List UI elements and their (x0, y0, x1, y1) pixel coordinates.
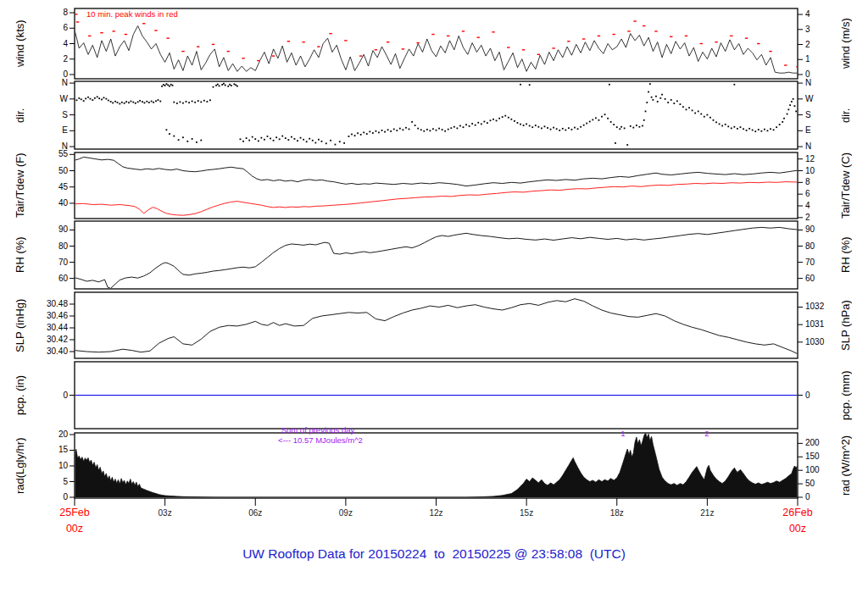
tick-label: 50 (805, 479, 843, 488)
tick-label: 09z (332, 509, 359, 518)
rad-peak-marker-1: 1 (618, 430, 628, 438)
x-axis-start-hour: 00z (47, 524, 102, 535)
tick-label: S (805, 111, 843, 119)
tick-label: 06z (242, 509, 269, 518)
rad-sum-annotation-1: Sum of previous day (259, 426, 377, 435)
tick-label: 3 (805, 25, 843, 34)
tick-label: 5 (27, 478, 68, 486)
y-axis-label-rad-lgly: rad(Lgly/hr) (12, 433, 27, 498)
tick-label: W (27, 95, 68, 103)
tick-label: N (805, 79, 843, 87)
tick-label: 6 (27, 24, 68, 32)
tick-label: 2 (27, 55, 68, 64)
rad-peak-marker-2: 2 (702, 430, 712, 438)
tick-label: E (27, 126, 68, 135)
tick-label: 70 (27, 258, 68, 267)
tick-label: 100 (805, 466, 843, 474)
y-axis-label-dir-left: dir. (12, 81, 27, 149)
tick-label: 4 (805, 10, 843, 19)
tick-label: 90 (805, 225, 843, 234)
tick-label: S (27, 111, 68, 119)
tick-label: 45 (27, 183, 68, 191)
y-axis-label-slp-inhg: SLP (inHg) (12, 292, 27, 358)
tick-label: 60 (27, 274, 68, 283)
tick-label: 55 (27, 150, 68, 158)
tick-label: 150 (805, 452, 843, 461)
x-axis-end-hour: 00z (771, 524, 825, 535)
tick-label: 6 (805, 190, 843, 198)
plot-canvas (0, 0, 868, 593)
tick-label: 30.42 (27, 335, 68, 344)
tick-label: 4 (805, 202, 843, 210)
tick-label: N (805, 142, 843, 151)
tick-label: 8 (805, 178, 843, 186)
rad-sum-annotation-2: <--- 10.57 MJoules/m^2 (257, 436, 384, 445)
tick-label: 1032 (805, 302, 843, 311)
tick-label: N (27, 79, 68, 87)
tick-label: 1030 (805, 338, 843, 346)
tick-label: W (805, 95, 843, 103)
tick-label: 30.46 (27, 312, 68, 320)
tick-label: 18z (604, 509, 631, 518)
tick-label: 90 (27, 225, 68, 234)
tick-label: 70 (805, 258, 843, 267)
tick-label: 0 (805, 391, 843, 400)
tick-label: 0 (27, 493, 68, 502)
tick-label: 2 (805, 41, 843, 49)
tick-label: 8 (27, 8, 68, 17)
x-axis-end-date: 26Feb (771, 507, 825, 518)
x-axis-start-date: 25Feb (47, 507, 102, 518)
tick-label: 1 (805, 55, 843, 64)
tick-label: 30.40 (27, 347, 68, 356)
tick-label: 12z (423, 509, 450, 518)
tick-label: 0 (27, 391, 68, 400)
tick-label: 60 (805, 274, 843, 283)
tick-label: 30.44 (27, 324, 68, 332)
tick-label: 20 (27, 430, 68, 439)
tick-label: 80 (805, 242, 843, 251)
tick-label: 4 (27, 40, 68, 48)
tick-label: 10 (805, 167, 843, 175)
tick-label: 200 (805, 439, 843, 447)
tick-label: 12 (805, 155, 843, 163)
tick-label: 15z (513, 509, 540, 518)
tick-label: 03z (152, 509, 179, 518)
meteogram-figure: wind (kts) dir. Tair/Tdew (F) RH (%) SLP… (0, 0, 868, 593)
y-axis-label-pcp-in: pcp. (in) (12, 362, 27, 429)
tick-label: 15 (27, 446, 68, 454)
y-axis-label-wind-kts: wind (kts) (12, 8, 27, 79)
tick-label: 30.48 (27, 300, 68, 308)
tick-label: 80 (27, 242, 68, 251)
tick-label: E (805, 126, 843, 135)
tick-label: 2 (805, 213, 843, 222)
tick-label: 40 (27, 199, 68, 208)
tick-label: 10 (27, 462, 68, 470)
tick-label: 50 (27, 167, 68, 175)
y-axis-label-rh-left: RH (%) (12, 221, 27, 289)
y-axis-label-temp-f: Tair/Tdew (F) (12, 152, 27, 219)
tick-label: 21z (693, 509, 721, 518)
tick-label: 0 (805, 493, 843, 502)
figure-title: UW Rooftop Data for 20150224 to 20150225… (0, 547, 868, 561)
peak-winds-note: 10 min. peak winds in red (86, 10, 178, 19)
tick-label: 1031 (805, 320, 843, 329)
